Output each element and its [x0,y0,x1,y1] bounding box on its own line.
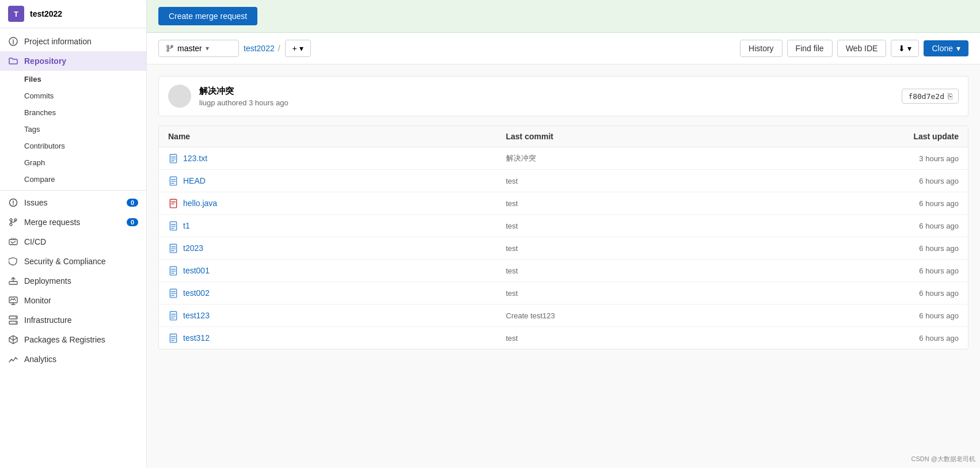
sidebar-item-monitor[interactable]: Monitor [0,291,146,310]
chevron-down-icon: ▾ [299,44,303,53]
file-name[interactable]: test123 [168,310,506,321]
commit-avatar [168,85,191,108]
sidebar-header[interactable]: T test2022 [0,0,146,28]
file-name[interactable]: hello.java [168,198,506,208]
sidebar-item-packages[interactable]: Packages & Registries [0,330,146,349]
sidebar-item-label: Deployments [24,276,71,286]
create-merge-request-button[interactable]: Create merge request [158,7,257,25]
sidebar-item-issues[interactable]: Issues 0 [0,193,146,212]
sidebar-item-cicd[interactable]: CI/CD [0,232,146,252]
web-ide-button[interactable]: Web IDE [837,40,887,57]
table-row: HEAD test 6 hours ago [159,170,968,192]
merge-banner: Create merge request [147,0,980,33]
breadcrumb: test2022 / [244,44,280,53]
file-name[interactable]: HEAD [168,176,506,186]
file-file-icon [168,288,178,298]
file-file-icon [168,220,178,231]
last-commit-text: test [506,222,844,230]
file-name-text: hello.java [183,199,217,208]
table-row: test123 Create test123 6 hours ago [159,305,968,327]
file-name[interactable]: test002 [168,288,506,298]
sidebar-item-analytics[interactable]: Analytics [0,349,146,369]
table-row: test002 test 6 hours ago [159,282,968,305]
sidebar-sub-compare[interactable]: Compare [0,171,146,188]
sidebar-sub-files[interactable]: Files [0,71,146,87]
download-button[interactable]: ⬇ ▾ [891,40,919,57]
commit-hash: f80d7e2d ⎘ [902,89,959,104]
file-name[interactable]: t1 [168,220,506,231]
file-name-text: t1 [183,221,190,230]
chevron-down-icon: ▾ [907,44,911,53]
last-update-text: 6 hours ago [844,222,959,230]
col-name: Name [168,132,506,141]
file-name-text: test312 [183,333,210,343]
col-last-update: Last update [844,132,959,141]
sidebar-item-project-information[interactable]: Project information [0,32,146,51]
breadcrumb-separator: / [278,44,280,53]
plus-icon: + [293,44,297,53]
avatar: T [8,6,24,22]
sidebar-sub-commits[interactable]: Commits [0,87,146,104]
sidebar-item-security[interactable]: Security & Compliance [0,252,146,271]
file-name-text: HEAD [183,176,206,185]
file-file-icon [168,243,178,253]
file-name[interactable]: t2023 [168,243,506,253]
sidebar-sub-tags[interactable]: Tags [0,121,146,138]
branch-selector[interactable]: master ▾ [158,40,239,57]
sidebar-item-infrastructure[interactable]: Infrastructure [0,310,146,330]
file-name-text: 123.txt [183,154,207,163]
java-file-icon [168,198,178,208]
cicd-icon [8,237,18,247]
main-content: Create merge request master ▾ test2022 /… [147,0,980,468]
file-file-icon [168,265,178,276]
file-name[interactable]: 123.txt [168,153,506,163]
sidebar-sub-graph[interactable]: Graph [0,154,146,171]
file-table-header: Name Last commit Last update [159,126,968,147]
sidebar-sub-contributors[interactable]: Contributors [0,138,146,154]
file-file-icon [168,176,178,186]
sidebar-item-label: Repository [24,56,66,66]
issue-icon [8,197,18,208]
history-button[interactable]: History [740,40,783,57]
sidebar-item-label: Packages & Registries [24,335,105,344]
txt-file-icon [168,153,178,163]
commit-meta: liugp authored 3 hours ago [199,98,894,107]
watermark: CSDN @大数据老司机 [911,455,975,463]
sidebar-item-repository[interactable]: Repository [0,51,146,71]
last-commit-text: test [506,244,844,253]
table-row: hello.java test 6 hours ago [159,192,968,215]
branch-label: master [177,44,202,53]
find-file-button[interactable]: Find file [787,40,833,57]
sidebar: T test2022 Project information Repositor… [0,0,147,468]
deploy-icon [8,276,18,286]
sidebar-item-deployments[interactable]: Deployments [0,271,146,291]
file-name[interactable]: test312 [168,333,506,343]
sidebar-sub-branches[interactable]: Branches [0,104,146,121]
file-name[interactable]: test001 [168,265,506,276]
folder-icon [8,56,18,66]
last-commit-text: test [506,177,844,185]
breadcrumb-project-link[interactable]: test2022 [244,44,275,53]
svg-point-2 [10,219,12,221]
table-row: 123.txt 解决冲突 3 hours ago [159,147,968,170]
commit-details: 解决冲突 liugp authored 3 hours ago [199,86,894,107]
last-update-text: 6 hours ago [844,334,959,343]
sidebar-item-merge-requests[interactable]: Merge requests 0 [0,212,146,232]
file-name-text: test123 [183,311,210,320]
copy-hash-button[interactable]: ⎘ [948,92,952,101]
add-file-button[interactable]: + ▾ [285,40,311,57]
content-area: 解决冲突 liugp authored 3 hours ago f80d7e2d… [147,64,980,468]
last-update-text: 6 hours ago [844,311,959,320]
last-update-text: 6 hours ago [844,199,959,208]
last-update-text: 6 hours ago [844,267,959,275]
file-name-text: test001 [183,266,210,275]
analytics-icon [8,354,18,364]
sidebar-item-label: CI/CD [24,237,46,246]
package-icon [8,334,18,345]
last-update-text: 6 hours ago [844,244,959,253]
last-commit-text: test [506,289,844,298]
file-file-icon [168,310,178,321]
sidebar-item-label: Project information [24,37,92,46]
file-name-text: t2023 [183,243,203,253]
clone-button[interactable]: Clone ▾ [924,40,968,56]
